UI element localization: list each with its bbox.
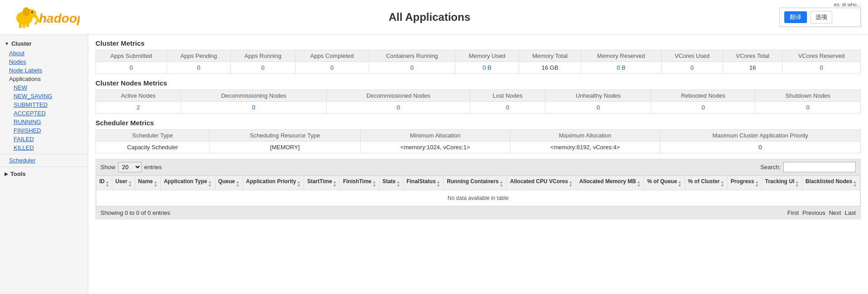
- search-input[interactable]: [783, 162, 856, 172]
- cluster-metrics-cell: 0: [96, 62, 167, 74]
- page-header: hadoop All Applications 翻译 选项: [0, 0, 868, 35]
- apps-col-application-type[interactable]: Application Type▲▼: [161, 176, 215, 190]
- apps-col-%-of-queue[interactable]: % of Queue▲▼: [644, 176, 685, 190]
- sidebar-item-nodes[interactable]: Nodes: [0, 57, 88, 66]
- footer-nav: First Previous Next Last: [787, 209, 856, 216]
- main-content: Cluster Metrics Apps SubmittedApps Pendi…: [88, 35, 868, 294]
- sidebar-item-finished[interactable]: FINISHED: [0, 126, 88, 135]
- sidebar: ▼ Cluster About Nodes Node Labels Applic…: [0, 35, 88, 294]
- scheduler-col: Scheduling Resource Type: [210, 130, 360, 142]
- cluster-metrics-title: Cluster Metrics: [95, 39, 861, 47]
- hadoop-logo: hadoop: [7, 4, 80, 31]
- cluster-nodes-col: Unhealthy Nodes: [545, 90, 651, 102]
- apps-col-name[interactable]: Name▲▼: [135, 176, 160, 190]
- cluster-metrics-col: Apps Completed: [295, 50, 369, 62]
- footer-showing-text: Showing 0 to 0 of 0 entries: [100, 209, 170, 216]
- apps-col-starttime[interactable]: StartTime▲▼: [304, 176, 340, 190]
- apps-col-allocated-cpu-vcores[interactable]: Allocated CPU VCores▲▼: [506, 176, 576, 190]
- previous-button[interactable]: Previous: [802, 209, 825, 216]
- apps-col-queue[interactable]: Queue▲▼: [215, 176, 243, 190]
- sidebar-item-new-saving[interactable]: NEW_SAVING: [0, 92, 88, 100]
- scheduler-header-row: Scheduler TypeScheduling Resource TypeMi…: [96, 130, 861, 142]
- cluster-metrics-col: VCores Reserved: [782, 50, 861, 62]
- sort-icon: ▲▼: [678, 180, 682, 188]
- cluster-metrics-cell: 0 B: [455, 62, 519, 74]
- last-button[interactable]: Last: [844, 209, 856, 216]
- cluster-nodes-cell: 0: [755, 102, 861, 114]
- apps-col-finishtime[interactable]: FinishTime▲▼: [340, 176, 379, 190]
- sort-icon: ▲▼: [500, 180, 503, 188]
- sidebar-item-running[interactable]: RUNNING: [0, 118, 88, 126]
- header-right-panel: 翻译 选项: [779, 8, 861, 27]
- sidebar-item-accepted[interactable]: ACCEPTED: [0, 109, 88, 118]
- first-button[interactable]: First: [787, 209, 799, 216]
- apps-col-state[interactable]: State▲▼: [379, 176, 403, 190]
- cluster-metrics-table: Apps SubmittedApps PendingApps RunningAp…: [95, 50, 861, 74]
- apps-col-tracking-ui[interactable]: Tracking UI▲▼: [762, 176, 802, 190]
- cluster-nodes-col: Shutdown Nodes: [755, 90, 861, 102]
- cluster-metrics-cell: 0: [167, 62, 230, 74]
- cluster-metrics-cell: 0: [782, 62, 861, 74]
- cluster-nodes-cell: 0: [651, 102, 755, 114]
- cluster-metrics-cell: 16: [723, 62, 782, 74]
- cluster-nodes-cell: 0: [470, 102, 545, 114]
- sort-icon: ▲▼: [720, 180, 724, 188]
- sidebar-item-killed[interactable]: KILLED: [0, 143, 88, 152]
- sidebar-item-node-labels[interactable]: Node Labels: [0, 66, 88, 75]
- cluster-metrics-col: Memory Used: [455, 50, 519, 62]
- cluster-metrics-cell: 0: [295, 62, 369, 74]
- apps-col-%-of-cluster[interactable]: % of Cluster▲▼: [685, 176, 727, 190]
- sidebar-applications-header: Applications: [0, 75, 88, 83]
- apps-col-user[interactable]: User▲▼: [112, 176, 135, 190]
- cluster-metrics-cell: 0: [369, 62, 455, 74]
- sidebar-item-submitted[interactable]: SUBMITTED: [0, 100, 88, 109]
- cluster-metrics-cell: 0: [231, 62, 295, 74]
- scheduler-metrics-title: Scheduler Metrics: [95, 119, 861, 127]
- sidebar-item-about[interactable]: About: [0, 49, 88, 57]
- sidebar-item-failed[interactable]: FAILED: [0, 135, 88, 143]
- cluster-metrics-col: VCores Used: [661, 50, 723, 62]
- svg-rect-6: [26, 23, 29, 27]
- sidebar-item-scheduler[interactable]: Scheduler: [0, 156, 88, 165]
- cluster-nodes-metrics-table: Active NodesDecommissioning NodesDecommi…: [95, 90, 861, 114]
- apps-col-finalstatus[interactable]: FinalStatus▲▼: [403, 176, 444, 190]
- cluster-metrics-col: Containers Running: [369, 50, 455, 62]
- main-layout: ▼ Cluster About Nodes Node Labels Applic…: [0, 35, 868, 294]
- user-text: es: dr.who...: [834, 2, 861, 7]
- apps-col-progress[interactable]: Progress▲▼: [727, 176, 762, 190]
- apps-col-running-containers[interactable]: Running Containers▲▼: [444, 176, 507, 190]
- tools-section-header[interactable]: ▶ Tools: [0, 169, 88, 179]
- apps-table-header-row: ID▲▼User▲▼Name▲▼Application Type▲▼Queue▲…: [96, 176, 860, 190]
- cluster-arrow-icon: ▼: [5, 41, 9, 46]
- scheduler-col: Maximum Cluster Application Priority: [660, 130, 860, 142]
- svg-rect-5: [23, 23, 25, 28]
- tools-arrow-icon: ▶: [5, 171, 8, 176]
- cluster-metrics-col: Apps Submitted: [96, 50, 167, 62]
- apps-table: ID▲▼User▲▼Name▲▼Application Type▲▼Queue▲…: [96, 175, 860, 206]
- sort-icon: ▲▼: [372, 180, 376, 188]
- cluster-section-header[interactable]: ▼ Cluster: [0, 38, 88, 49]
- sidebar-divider-2: [0, 166, 88, 167]
- no-data-cell: No data available in table: [96, 190, 860, 206]
- apps-col-allocated-memory-mb[interactable]: Allocated Memory MB▲▼: [576, 176, 644, 190]
- scheduler-metrics-table: Scheduler TypeScheduling Resource TypeMi…: [95, 129, 861, 153]
- cluster-metrics-cell: 0: [661, 62, 723, 74]
- search-row: Search:: [760, 162, 856, 172]
- next-button[interactable]: Next: [829, 209, 841, 216]
- options-button[interactable]: 选项: [811, 11, 832, 24]
- entries-select[interactable]: 10202550100: [118, 162, 142, 172]
- sidebar-item-new[interactable]: NEW: [0, 83, 88, 92]
- translate-button[interactable]: 翻译: [784, 11, 807, 23]
- sort-icon: ▲▼: [637, 180, 640, 188]
- apps-col-id[interactable]: ID▲▼: [96, 176, 112, 190]
- apps-col-application-priority[interactable]: Application Priority▲▼: [243, 176, 304, 190]
- cluster-nodes-col: Decommissioned Nodes: [327, 90, 470, 102]
- tools-label: Tools: [10, 171, 26, 177]
- scheduler-col: Maximum Allocation: [510, 130, 660, 142]
- cluster-nodes-col: Rebooted Nodes: [651, 90, 755, 102]
- apps-col-blacklisted-nodes[interactable]: Blacklisted Nodes▲▼: [802, 176, 860, 190]
- search-label: Search:: [760, 164, 781, 171]
- sort-icon: ▲▼: [437, 180, 440, 188]
- cluster-metrics-cell: 16 GB: [519, 62, 581, 74]
- sidebar-divider: [0, 154, 88, 154]
